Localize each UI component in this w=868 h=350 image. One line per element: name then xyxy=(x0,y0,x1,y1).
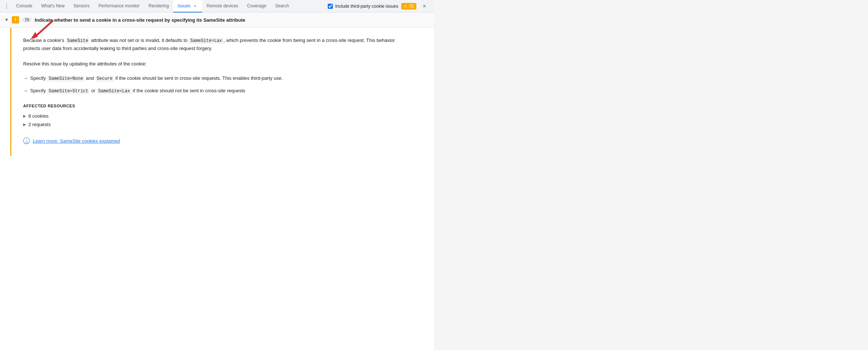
tab-coverage-label: Coverage xyxy=(247,3,266,8)
resource-requests-triangle: ▶ xyxy=(23,122,26,126)
learn-more-link[interactable]: → Learn more: SameSite cookies explained xyxy=(23,138,120,144)
tab-bar-right: Include third-party cookie issues ⚠ 70 × xyxy=(328,1,433,11)
tab-console-label: Console xyxy=(16,3,32,8)
tab-issues-label: Issues xyxy=(178,3,191,8)
warning-icon: ⚠ xyxy=(404,4,408,8)
include-third-party-label: Include third-party cookie issues xyxy=(335,4,398,9)
tab-performance-monitor-label: Performance monitor xyxy=(99,3,140,8)
content-area: ▼ ! 70 Indicate whether to send a cookie… xyxy=(0,12,434,350)
code-samesite-strict: SameSite=Strict xyxy=(47,88,90,94)
bullet-2-text: Specify SameSite=Strict or SameSite=Lax … xyxy=(30,87,245,95)
tab-performance-monitor[interactable]: Performance monitor xyxy=(94,0,144,12)
tab-sensors-label: Sensors xyxy=(74,3,90,8)
arrow-char-1: → xyxy=(23,74,28,82)
warning-count-badge: ⚠ 70 xyxy=(401,3,416,10)
tab-bar-left: ⋮ Console What's New Sensors Performance… xyxy=(1,0,328,12)
chevron-down-icon: ▼ xyxy=(4,17,9,22)
resource-cookies-label: 8 cookies xyxy=(28,113,49,119)
tab-remote-devices[interactable]: Remote devices xyxy=(202,0,243,12)
resource-cookies-triangle: ▶ xyxy=(23,114,26,118)
code-secure: Secure xyxy=(95,76,114,82)
resource-requests[interactable]: ▶ 2 requests xyxy=(23,120,419,129)
tab-whats-new[interactable]: What's New xyxy=(37,0,69,12)
issue-title: Indicate whether to send a cookie in a c… xyxy=(35,17,245,23)
tab-console[interactable]: Console xyxy=(12,0,37,12)
arrow-char-2: → xyxy=(23,87,28,95)
more-options-icon[interactable]: ⋮ xyxy=(1,1,12,11)
issue-resolve: Resolve this issue by updating the attri… xyxy=(23,60,419,68)
include-third-party-area: Include third-party cookie issues xyxy=(328,4,398,9)
learn-more-section: → Learn more: SameSite cookies explained xyxy=(23,138,419,144)
issue-warning-icon: ! xyxy=(12,16,19,24)
learn-more-circle-icon: → xyxy=(23,138,30,144)
affected-resources-section: AFFECTED RESOURCES ▶ 8 cookies ▶ 2 reque… xyxy=(23,104,419,129)
bullet-1-text: Specify SameSite=None and Secure if the … xyxy=(30,74,283,82)
code-samesite-lax: SameSite=Lax xyxy=(189,38,223,44)
issue-header[interactable]: ▼ ! 70 Indicate whether to send a cookie… xyxy=(0,12,434,28)
tab-search[interactable]: Search xyxy=(271,0,294,12)
resource-requests-label: 2 requests xyxy=(28,122,51,127)
tab-sensors[interactable]: Sensors xyxy=(69,0,94,12)
tab-rendering[interactable]: Rendering xyxy=(144,0,173,12)
tab-bar: ⋮ Console What's New Sensors Performance… xyxy=(0,0,434,12)
warning-count: 70 xyxy=(409,4,414,9)
tab-remote-devices-label: Remote devices xyxy=(207,3,238,8)
resource-cookies[interactable]: ▶ 8 cookies xyxy=(23,112,419,120)
tab-issues-close[interactable]: × xyxy=(193,3,198,8)
affected-resources-label: AFFECTED RESOURCES xyxy=(23,104,419,108)
tab-issues[interactable]: Issues × xyxy=(173,0,202,12)
code-samesite: SameSite xyxy=(65,38,90,44)
issue-description-1: Because a cookie's SameSite attribute wa… xyxy=(23,36,409,53)
code-samesite-none: SameSite=None xyxy=(47,76,85,82)
tab-whats-new-label: What's New xyxy=(41,3,65,8)
panel-close-button[interactable]: × xyxy=(419,1,430,11)
issue-count-badge: 70 xyxy=(22,17,32,22)
tab-rendering-label: Rendering xyxy=(149,3,169,8)
tab-coverage[interactable]: Coverage xyxy=(243,0,271,12)
issue-bullet-2: → Specify SameSite=Strict or SameSite=La… xyxy=(23,87,419,95)
issue-bullet-1: → Specify SameSite=None and Secure if th… xyxy=(23,74,419,82)
tab-search-label: Search xyxy=(275,3,289,8)
code-samesite-lax-2: SameSite=Lax xyxy=(97,88,131,94)
include-third-party-checkbox[interactable] xyxy=(328,4,333,9)
learn-more-text: Learn more: SameSite cookies explained xyxy=(33,138,120,144)
